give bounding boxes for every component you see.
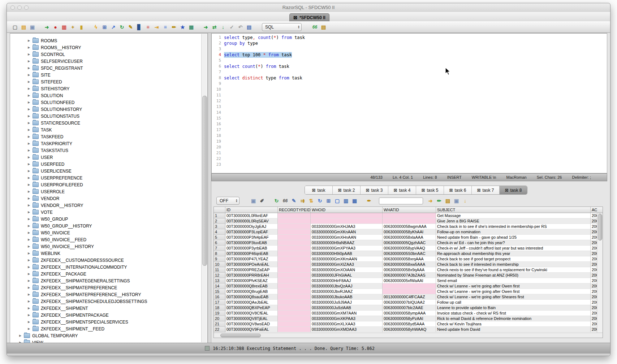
- disclosure-triangle-icon[interactable]: ▶: [27, 231, 31, 234]
- sidebar-item-solution[interactable]: ▶SOLUTION: [10, 92, 202, 99]
- table-cell[interactable]: 00T3000000QV8CfEAL: [225, 311, 278, 316]
- column-header-AC[interactable]: AC: [591, 207, 603, 213]
- table-cell[interactable]: Need update from Bain - gave go ahead 1/…: [436, 235, 591, 240]
- sidebar-item-sitefeed[interactable]: ▶SITEFEED: [10, 78, 202, 85]
- disclosure-triangle-icon[interactable]: ▶: [27, 286, 31, 289]
- list-icon[interactable]: ≡: [144, 23, 152, 31]
- table-cell[interactable]: 0033000000HirF8AAJ: [311, 278, 383, 283]
- table-cell[interactable]: Check-in w/ Jeff - couldn't afford last …: [436, 246, 591, 251]
- save-results-icon[interactable]: ▣: [250, 197, 257, 204]
- table-cell[interactable]: Check w/ Leanne - we're going after Owen…: [436, 289, 591, 294]
- editor-line[interactable]: 2group by type: [212, 40, 607, 46]
- table-cell[interactable]: 0033000000JFhGlAAL: [311, 273, 383, 278]
- table-cell[interactable]: 0033000000GmXPYAA3: [311, 246, 383, 251]
- export-down-icon[interactable]: ↓: [461, 197, 469, 204]
- result-tab-task-3[interactable]: ⊠task 3: [361, 186, 388, 194]
- disclosure-triangle-icon[interactable]: ▶: [27, 300, 31, 303]
- table-cell[interactable]: [278, 246, 311, 251]
- disclosure-triangle-icon[interactable]: ▶: [27, 204, 31, 207]
- tree-scrollbar[interactable]: [201, 34, 207, 342]
- sidebar-item-w50_group[interactable]: ▶W50_GROUP: [10, 216, 202, 222]
- sidebar-item-userpreference[interactable]: ▶USERPREFERENCE: [10, 174, 202, 181]
- sidebar-item-zkfedex__shipment__feed[interactable]: ▶ZKFEDEX__SHIPMENT__FEED: [10, 325, 202, 332]
- copy-connection-icon[interactable]: ▥: [60, 23, 68, 31]
- table-cell[interactable]: 0033000000GmXHJAA3: [311, 224, 383, 229]
- disclosure-triangle-icon[interactable]: ▶: [27, 142, 31, 145]
- edit-table-icon[interactable]: ✏: [435, 197, 443, 204]
- table-cell[interactable]: 006300000058xlaAAA: [383, 235, 436, 240]
- sidebar-item-zkfedex__package[interactable]: ▶ZKFEDEX__PACKAGE: [10, 270, 202, 277]
- table-cell[interactable]: 00T3000000QBXPeEAP: [225, 305, 278, 311]
- search-next-icon[interactable]: ➜: [427, 197, 434, 204]
- sidebar-item-staticresource[interactable]: ▶STATICRESOURCE: [10, 120, 202, 126]
- disclosure-triangle-icon[interactable]: ▶: [27, 108, 31, 111]
- table-cell[interactable]: [278, 262, 311, 267]
- log-document-icon[interactable]: ▤: [245, 23, 253, 31]
- disclosure-triangle-icon[interactable]: ▶: [27, 197, 31, 200]
- table-cell[interactable]: 006300000058x9qAAA: [383, 267, 436, 273]
- table-cell[interactable]: 006300000058xw5AAA: [383, 262, 436, 267]
- result-tab-task-8[interactable]: ⊠task 8: [500, 186, 527, 194]
- editor-line[interactable]: 12: [212, 98, 607, 104]
- table-cell[interactable]: Follow-up on nomination: [436, 229, 591, 235]
- table-cell[interactable]: 006300000058ypVAAQ: [383, 246, 436, 251]
- table-row[interactable]: 400T3000000P3LopEAF0033000000GmXKnAAN006…: [214, 229, 603, 235]
- table-cell[interactable]: Nominated by Shane Freeman at ANZ (HR50): [436, 273, 591, 278]
- rollback-undo-icon[interactable]: ↶: [237, 23, 244, 31]
- table-cell[interactable]: 006300000058yPzAAI: [383, 316, 436, 321]
- sidebar-item-taskfeed[interactable]: ▶TASKFEED: [10, 133, 202, 140]
- table-cell[interactable]: 0033000000JbukoAAB: [311, 294, 383, 300]
- table-cell[interactable]: 0033000000H9aNBAAZ: [311, 240, 383, 246]
- table-row[interactable]: 1700T3000000QAeJbEAL0033000000Ju9J9AAJ00…: [214, 300, 603, 305]
- editor-line[interactable]: 19: [212, 139, 607, 144]
- sidebar-item-weblink[interactable]: ▶WEBLINK: [10, 250, 202, 257]
- table-cell[interactable]: 0033000000GmXKPAA3: [311, 316, 383, 321]
- sidebar-item-userprofilefeed[interactable]: ▶USERPROFILEFEED: [10, 181, 202, 188]
- result-tab-task[interactable]: ⊠task: [305, 186, 333, 194]
- sidebar-item-rooms__history[interactable]: ▶ROOMS__HISTORY: [10, 44, 202, 51]
- result-tab-task-7[interactable]: ⊠task 7: [472, 186, 500, 194]
- disclosure-triangle-icon[interactable]: ▶: [27, 94, 31, 97]
- related-rows-icon[interactable]: ⇉: [299, 197, 306, 204]
- table-cell[interactable]: Check back to see if good target prospec…: [436, 256, 591, 262]
- table-cell[interactable]: [278, 327, 311, 332]
- close-result-tab-icon[interactable]: ⊠: [449, 188, 453, 193]
- table-cell[interactable]: Check nexis to see if they've found a re…: [436, 267, 591, 273]
- refresh-results-icon[interactable]: ↻: [273, 197, 280, 204]
- table-cell[interactable]: 0013000000C4fFCAAZ: [383, 294, 436, 300]
- disconnect-icon[interactable]: ●: [52, 23, 59, 31]
- table-cell[interactable]: 0033000000JbvRJAAZ: [311, 289, 383, 294]
- statement-type-select[interactable]: SQL ▲▼: [262, 23, 302, 31]
- editor-line[interactable]: 14: [212, 110, 607, 116]
- close-result-tab-icon[interactable]: ⊠: [312, 188, 315, 193]
- table-cell[interactable]: [278, 300, 311, 305]
- disclosure-triangle-icon[interactable]: ▶: [27, 39, 31, 42]
- table-cell[interactable]: 0033000000Ju9zlAAB: [311, 305, 383, 311]
- sidebar-item-solutionhistory[interactable]: ▶SOLUTIONHISTORY: [10, 106, 202, 113]
- sidebar-item-w50_group__history[interactable]: ▶W50_GROUP__HISTORY: [10, 222, 202, 229]
- disclosure-triangle-icon[interactable]: ▶: [27, 211, 31, 214]
- table-cell[interactable]: Invoice status check - check w/ RS first: [436, 311, 591, 316]
- sidebar-item-w50_invoice__history[interactable]: ▶W50_INVOICE__HISTORY: [10, 243, 202, 250]
- table-cell[interactable]: 00T3000000QV8wsEAD: [225, 321, 278, 327]
- table-row[interactable]: 1100T3000000PREZaEAP0033000000GmXOiAAN00…: [214, 267, 603, 273]
- table-cell[interactable]: [278, 321, 311, 327]
- editor-line[interactable]: 9: [212, 81, 607, 87]
- table-cell[interactable]: 00630000007blc2AAE: [383, 305, 436, 311]
- swap-arrows-icon[interactable]: ⇄: [211, 23, 218, 31]
- new-window-icon[interactable]: ▢: [333, 197, 341, 204]
- disclosure-triangle-icon[interactable]: ▶: [18, 334, 22, 337]
- sidebar-item-taskpriority[interactable]: ▶TASKPRIORITY: [10, 140, 202, 147]
- table-vscroll-thumb[interactable]: [598, 214, 602, 240]
- highlight-pen-icon[interactable]: ✒: [365, 197, 373, 204]
- new-connection-icon[interactable]: +: [69, 23, 77, 31]
- copy-table-icon[interactable]: ▦: [351, 197, 358, 204]
- column-header-rownum[interactable]: [214, 207, 225, 213]
- table-cell[interactable]: [278, 311, 311, 316]
- editor-line[interactable]: 16: [212, 121, 607, 127]
- disclosure-triangle-icon[interactable]: ▶: [27, 320, 31, 324]
- export-document-icon[interactable]: ↗: [109, 23, 117, 31]
- database-browser-tree[interactable]: ▶ROOMS▶ROOMS__HISTORY▶SCONTROL▶SELFSERVI…: [10, 33, 208, 343]
- table-cell[interactable]: [383, 218, 436, 224]
- table-cell[interactable]: [383, 289, 436, 294]
